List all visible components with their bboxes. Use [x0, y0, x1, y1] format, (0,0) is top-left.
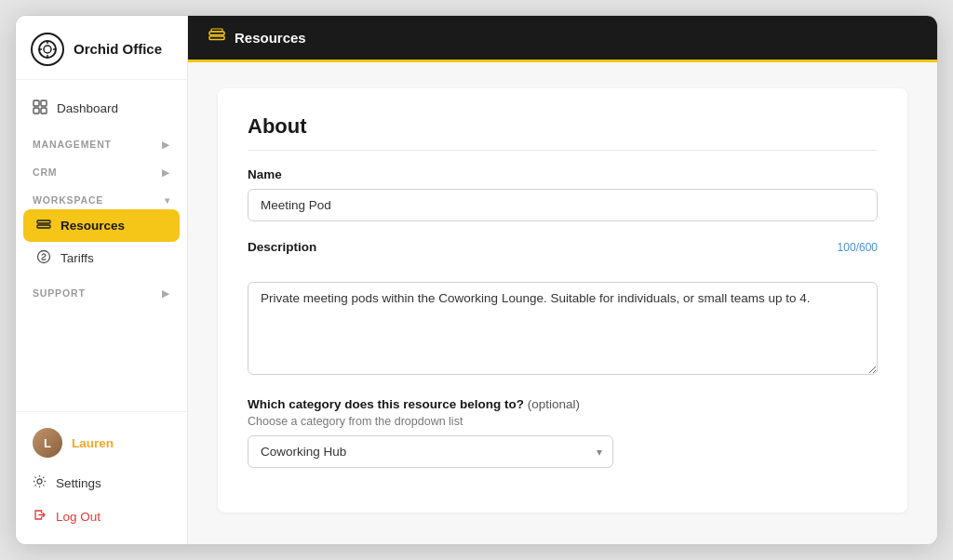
settings-icon: [33, 474, 47, 491]
name-input[interactable]: [248, 189, 878, 221]
topbar-title: Resources: [235, 30, 306, 46]
sidebar-nav: Dashboard MANAGEMENT ▶ CRM ▶ WORKSPACE ▾: [16, 80, 187, 407]
category-select[interactable]: Coworking Hub Meeting Room Private Offic…: [248, 435, 613, 468]
category-field-group: Which category does this resource belong…: [248, 397, 878, 468]
form-section-title: About: [248, 114, 878, 151]
svg-rect-8: [34, 108, 39, 113]
sidebar-item-dashboard[interactable]: Dashboard: [16, 91, 187, 126]
logout-icon: [33, 508, 47, 525]
user-name: Lauren: [72, 436, 114, 450]
sidebar-section-support[interactable]: SUPPORT ▶: [16, 274, 187, 302]
sidebar-section-management[interactable]: MANAGEMENT ▶: [16, 126, 187, 153]
category-label: Which category does this resource belong…: [248, 397, 878, 411]
topbar-icon: [208, 27, 225, 48]
crm-chevron-icon: ▶: [162, 167, 170, 178]
svg-rect-7: [41, 100, 47, 106]
tariffs-label: Tariffs: [60, 251, 94, 265]
settings-label: Settings: [56, 476, 101, 490]
sidebar: Orchid Office Dashboard MANAGEMENT ▶: [16, 16, 188, 544]
app-window: Orchid Office Dashboard MANAGEMENT ▶: [15, 15, 938, 545]
support-chevron-icon: ▶: [162, 288, 170, 299]
tariffs-icon: [36, 249, 51, 267]
svg-point-13: [37, 479, 42, 484]
svg-rect-15: [209, 36, 224, 40]
logout-label: Log Out: [56, 510, 101, 524]
svg-rect-16: [211, 29, 222, 32]
sidebar-section-crm[interactable]: CRM ▶: [16, 153, 187, 181]
workspace-chevron-icon: ▾: [165, 195, 170, 206]
management-chevron-icon: ▶: [162, 140, 170, 150]
category-optional: (optional): [528, 397, 580, 411]
textarea-container: 100/600 Private meeting pods within the …: [248, 261, 878, 379]
sidebar-logo: Orchid Office: [16, 16, 187, 80]
avatar: L: [33, 428, 62, 458]
char-count: 100/600: [838, 241, 878, 254]
svg-rect-9: [41, 108, 47, 113]
category-hint: Choose a category from the dropdown list: [248, 415, 878, 428]
user-row[interactable]: L Lauren: [16, 420, 187, 466]
description-label: Description: [248, 240, 878, 254]
resources-icon: [36, 217, 51, 234]
topbar: Resources: [188, 16, 937, 62]
svg-rect-10: [37, 220, 50, 223]
name-label: Name: [248, 167, 878, 181]
form-card: About Name Description 100/600 Private m…: [218, 88, 907, 513]
svg-point-1: [44, 46, 51, 53]
description-field-group: Description 100/600 Private meeting pods…: [248, 240, 878, 379]
app-logo-icon: [31, 33, 64, 66]
sidebar-item-resources[interactable]: Resources: [23, 209, 180, 242]
sidebar-bottom: L Lauren Settings: [16, 411, 187, 544]
dashboard-icon: [33, 100, 47, 117]
resources-label: Resources: [60, 219, 125, 233]
app-name: Orchid Office: [74, 41, 162, 58]
name-field-group: Name: [248, 167, 878, 221]
svg-rect-6: [34, 100, 39, 106]
content-area: About Name Description 100/600 Private m…: [188, 62, 937, 544]
description-textarea[interactable]: Private meeting pods within the Coworkin…: [248, 282, 878, 375]
category-select-wrapper: Coworking Hub Meeting Room Private Offic…: [248, 435, 613, 468]
main-content: Resources About Name Description 100/600…: [188, 16, 937, 544]
dashboard-label: Dashboard: [57, 101, 118, 115]
sidebar-item-logout[interactable]: Log Out: [16, 500, 187, 533]
sidebar-item-tariffs[interactable]: Tariffs: [16, 242, 187, 274]
sidebar-item-settings[interactable]: Settings: [16, 466, 187, 500]
svg-rect-11: [37, 225, 50, 228]
sidebar-section-workspace[interactable]: WORKSPACE ▾: [16, 181, 187, 209]
